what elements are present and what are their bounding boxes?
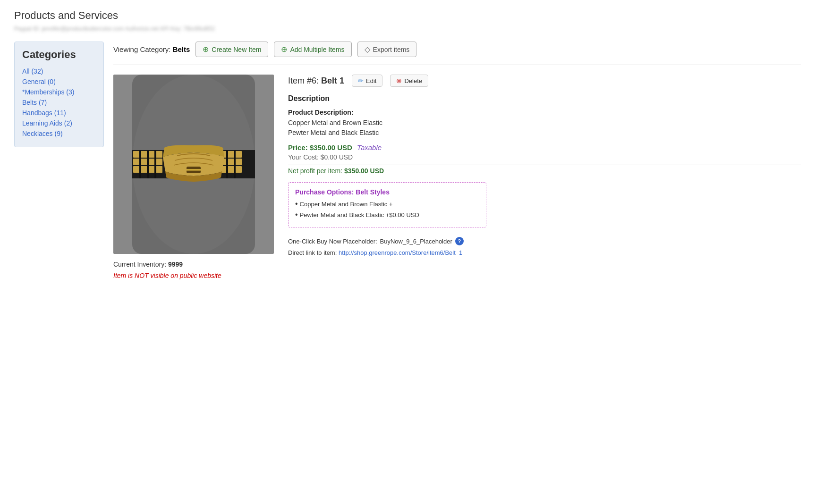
svg-rect-32 <box>234 150 236 178</box>
sidebar: Categories All (32) General (0) *Members… <box>14 42 104 279</box>
bullet-1: • <box>295 200 298 208</box>
svg-rect-5 <box>148 151 155 158</box>
svg-rect-9 <box>148 159 155 165</box>
sidebar-item-belts[interactable]: Belts (7) <box>22 99 96 106</box>
sidebar-item-handbags[interactable]: Handbags (11) <box>22 109 96 117</box>
sidebar-item-all[interactable]: All (32) <box>22 67 96 75</box>
sidebar-item-general[interactable]: General (0) <box>22 78 96 85</box>
svg-rect-24 <box>228 159 234 165</box>
taxable-label: Taxable <box>357 143 382 151</box>
inventory-line: Current Inventory: 9999 <box>113 260 274 268</box>
sidebar-item-necklaces[interactable]: Necklaces (9) <box>22 130 96 137</box>
purchase-options-title: Purchase Options: Belt Styles <box>295 188 479 196</box>
main-layout: Categories All (32) General (0) *Members… <box>14 42 801 279</box>
edit-icon: ✏ <box>358 77 364 84</box>
svg-rect-15 <box>139 150 141 178</box>
divider <box>113 65 801 65</box>
svg-rect-21 <box>235 151 242 158</box>
edit-button[interactable]: ✏ Edit <box>352 75 382 87</box>
categories-box: Categories All (32) General (0) *Members… <box>14 42 104 147</box>
svg-rect-25 <box>235 159 242 165</box>
help-icon[interactable]: ? <box>455 237 464 245</box>
product-image <box>113 75 274 254</box>
categories-title: Categories <box>22 49 96 61</box>
one-click-line: One-Click Buy Now Placeholder: BuyNow_9_… <box>288 237 801 245</box>
direct-link-url[interactable]: http://shop.greenrope.com/Store/item6/Be… <box>339 249 462 256</box>
add-multiple-icon: ⊕ <box>281 45 287 54</box>
svg-rect-12 <box>141 166 147 173</box>
toolbar: Viewing Category: Belts ⊕ Create New Ite… <box>113 42 801 57</box>
net-profit-line: Net profit per item: $350.00 USD <box>288 167 801 175</box>
svg-rect-11 <box>133 166 140 173</box>
bullet-2: • <box>295 210 298 219</box>
delete-icon: ⊗ <box>396 77 402 84</box>
svg-rect-14 <box>156 166 162 173</box>
svg-rect-6 <box>156 151 162 158</box>
viewing-label: Viewing Category: Belts <box>113 45 190 53</box>
belt-svg <box>113 75 274 254</box>
product-area: Current Inventory: 9999 Item is NOT visi… <box>113 75 801 279</box>
price-line: Price: $350.00 USD Taxable <box>288 143 801 151</box>
svg-rect-20 <box>228 151 234 158</box>
svg-rect-16 <box>147 150 149 178</box>
option-item-2: • Pewter Metal and Black Elastic +$0.00 … <box>295 210 479 219</box>
product-image-col: Current Inventory: 9999 Item is NOT visi… <box>113 75 274 279</box>
product-details: Item #6: Belt 1 ✏ Edit ⊗ Delete Descript… <box>288 75 801 256</box>
paypal-info: Paypal ID: jennifer@productbuttercolor.c… <box>14 25 801 32</box>
viewing-category: Belts <box>173 45 190 53</box>
svg-rect-17 <box>154 150 156 178</box>
sidebar-item-memberships[interactable]: *Memberships (3) <box>22 88 96 96</box>
svg-rect-13 <box>148 166 155 173</box>
svg-rect-28 <box>228 166 234 173</box>
page-title: Products and Services <box>14 9 801 22</box>
export-items-button[interactable]: ◇ Export items <box>357 42 417 57</box>
product-description-label: Product Description: <box>288 109 801 116</box>
your-cost-line: Your Cost: $0.00 USD <box>288 153 801 165</box>
purchase-options-box: Purchase Options: Belt Styles • Copper M… <box>288 182 486 227</box>
svg-rect-8 <box>141 159 147 165</box>
direct-link-line: Direct link to item: http://shop.greenro… <box>288 249 801 256</box>
content-area: Viewing Category: Belts ⊕ Create New Ite… <box>113 42 801 279</box>
description-heading: Description <box>288 94 801 103</box>
svg-rect-29 <box>235 166 242 173</box>
visibility-warning: Item is NOT visible on public website <box>113 272 274 279</box>
item-header: Item #6: Belt 1 ✏ Edit ⊗ Delete <box>288 75 801 87</box>
option-item-1: • Copper Metal and Brown Elastic + <box>295 200 479 208</box>
svg-rect-31 <box>226 150 228 178</box>
delete-button[interactable]: ⊗ Delete <box>390 75 428 87</box>
sidebar-item-learning-aids[interactable]: Learning Aids (2) <box>22 119 96 127</box>
add-multiple-items-button[interactable]: ⊕ Add Multiple Items <box>274 42 351 57</box>
create-new-item-button[interactable]: ⊕ Create New Item <box>195 42 268 57</box>
svg-rect-4 <box>141 151 147 158</box>
item-number: Item #6: Belt 1 <box>288 76 344 86</box>
svg-rect-7 <box>133 159 140 165</box>
svg-rect-10 <box>156 159 162 165</box>
svg-rect-3 <box>133 151 140 158</box>
product-description-value: Copper Metal and Brown Elastic Pewter Me… <box>288 118 801 138</box>
create-icon: ⊕ <box>203 45 209 54</box>
export-icon: ◇ <box>365 45 370 54</box>
